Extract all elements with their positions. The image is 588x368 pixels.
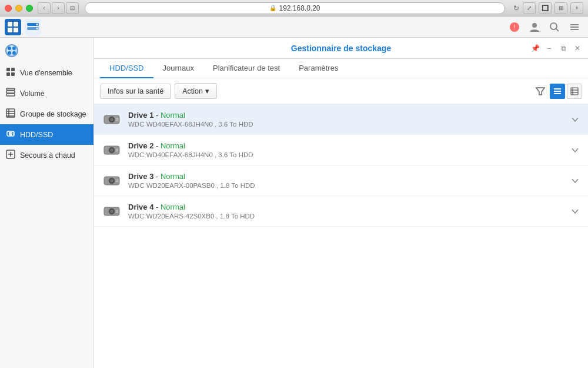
svg-rect-59 — [116, 149, 118, 150]
sidebar-label-overview: Vue d'ensemble — [20, 69, 72, 77]
maximize-window-button[interactable] — [26, 5, 33, 12]
svg-point-17 — [8, 47, 11, 50]
hot-spare-icon — [6, 150, 15, 161]
svg-rect-53 — [116, 118, 118, 120]
svg-rect-42 — [554, 88, 561, 89]
drive-name-4: Drive 4 - Normal — [128, 203, 569, 211]
detail-view-button[interactable] — [567, 84, 582, 99]
drive-model-1: WDC WD40EFAX-68JH4N0 , 3.6 To HDD — [128, 121, 569, 128]
drive-info-2: Drive 2 - Normal WDC WD40EFAX-68JH4N0 , … — [128, 141, 569, 158]
messages-button[interactable]: ! — [506, 18, 523, 36]
sidebar-item-overview[interactable]: Vue d'ensemble — [0, 62, 93, 83]
filter-button[interactable] — [533, 84, 548, 99]
sidebar-logo — [5, 44, 19, 58]
toolbar-btn-4[interactable]: + — [570, 2, 583, 14]
drive-separator-2: - — [156, 141, 161, 150]
drive-expand-3[interactable] — [569, 175, 581, 187]
app-close-button[interactable]: ✕ — [572, 42, 583, 54]
svg-rect-2 — [8, 28, 12, 32]
tab-journaux[interactable]: Journaux — [153, 59, 203, 78]
svg-rect-23 — [6, 72, 10, 76]
address-text: 192.168.0.20 — [279, 4, 320, 12]
drive-status-4: Normal — [161, 203, 185, 211]
toolbar-btn-1[interactable]: ⤢ — [523, 2, 536, 14]
svg-rect-16 — [570, 29, 579, 30]
health-info-button[interactable]: Infos sur la santé — [100, 84, 171, 99]
svg-rect-72 — [116, 211, 118, 213]
drive-name-3: Drive 3 - Normal — [128, 172, 569, 181]
drive-num-1: Drive 1 — [128, 111, 153, 120]
svg-rect-45 — [571, 88, 578, 95]
svg-point-58 — [111, 150, 112, 151]
storage-manager-icon[interactable] — [25, 19, 41, 35]
sidebar-item-hot-spare[interactable]: Secours à chaud — [0, 145, 93, 165]
svg-text:!: ! — [514, 24, 516, 31]
toolbar-btn-3[interactable]: ⊞ — [554, 2, 567, 14]
svg-rect-1 — [14, 22, 18, 26]
menu-button[interactable] — [566, 18, 583, 36]
sidebar-item-volume[interactable]: Volume — [0, 83, 93, 104]
storage-group-icon — [6, 108, 15, 120]
tabs: HDD/SSD Journaux Planificateur de test P… — [94, 59, 588, 78]
svg-point-11 — [532, 23, 537, 28]
content-area: Gestionnaire de stockage 📌 – ⧉ ✕ HDD/SSD… — [94, 38, 588, 368]
svg-rect-25 — [6, 91, 15, 93]
refresh-button[interactable]: ↻ — [511, 3, 522, 14]
address-bar[interactable]: 🔒 192.168.0.20 — [85, 2, 505, 14]
drive-separator-1: - — [156, 111, 161, 120]
sidebar-item-storage-group[interactable]: Groupe de stockage — [0, 104, 93, 124]
action-dropdown-arrow: ▾ — [205, 87, 209, 95]
drive-expand-1[interactable] — [569, 114, 581, 125]
drive-expand-2[interactable] — [569, 144, 581, 156]
drive-icon-3 — [101, 170, 122, 191]
close-window-button[interactable] — [5, 5, 12, 12]
tab-hdd-ssd[interactable]: HDD/SSD — [100, 59, 153, 78]
app-title: Gestionnaire de stockage — [291, 44, 391, 53]
svg-point-20 — [12, 51, 16, 55]
drive-expand-4[interactable] — [569, 205, 581, 217]
view-toggle-button[interactable]: ⊡ — [66, 2, 79, 14]
sidebar-label-storage-group: Groupe de stockage — [20, 110, 86, 118]
svg-rect-22 — [11, 68, 15, 71]
svg-marker-41 — [536, 88, 544, 95]
svg-rect-14 — [570, 24, 579, 25]
drive-icon-2 — [101, 140, 122, 161]
drive-icon-4 — [101, 201, 122, 222]
action-button[interactable]: Action ▾ — [175, 83, 217, 99]
svg-point-35 — [10, 133, 11, 134]
minimize-window-button[interactable] — [15, 5, 22, 12]
app-minimize-button[interactable]: – — [543, 42, 555, 54]
svg-point-52 — [111, 119, 112, 120]
app-header-controls: 📌 – ⧉ ✕ — [529, 42, 583, 54]
drive-row-3[interactable]: Drive 3 - Normal WDC WD20EARX-00PASB0 , … — [94, 165, 588, 196]
svg-rect-65 — [116, 180, 118, 181]
search-button[interactable] — [546, 18, 563, 36]
title-bar: ‹ › ⊡ 🔒 192.168.0.20 ↻ ⤢ 🔲 ⊞ + — [0, 0, 588, 16]
drive-separator-3: - — [156, 172, 161, 181]
toolbar-btn-2[interactable]: 🔲 — [539, 2, 552, 14]
user-button[interactable] — [526, 18, 543, 36]
sidebar-item-hdd-ssd[interactable]: HDD/SSD — [0, 124, 93, 145]
svg-rect-71 — [116, 210, 118, 211]
pin-button[interactable]: 📌 — [529, 42, 541, 54]
forward-button[interactable]: › — [52, 2, 65, 14]
svg-point-8 — [36, 28, 38, 29]
tab-parametres[interactable]: Paramètres — [289, 59, 348, 78]
svg-rect-3 — [14, 28, 18, 32]
main-layout: Vue d'ensemble Volume — [0, 38, 588, 368]
sidebar-label-hot-spare: Secours à chaud — [20, 151, 75, 160]
drive-status-2: Normal — [161, 141, 185, 150]
back-button[interactable]: ‹ — [38, 2, 51, 14]
tab-planificateur[interactable]: Planificateur de test — [203, 59, 289, 78]
list-view-button[interactable] — [550, 84, 565, 99]
svg-rect-26 — [6, 94, 15, 96]
drive-row-1[interactable]: Drive 1 - Normal WDC WD40EFAX-68JH4N0 , … — [94, 104, 588, 135]
svg-rect-15 — [570, 26, 579, 28]
svg-rect-66 — [116, 181, 118, 182]
drive-row-4[interactable]: Drive 4 - Normal WDC WD20EARS-42S0XB0 , … — [94, 196, 588, 227]
svg-line-13 — [556, 28, 559, 31]
volume-icon — [6, 88, 15, 99]
drive-row-2[interactable]: Drive 2 - Normal WDC WD40EFAX-68JH4N0 , … — [94, 135, 588, 165]
drive-status-1: Normal — [161, 111, 185, 120]
app-detach-button[interactable]: ⧉ — [557, 42, 569, 54]
